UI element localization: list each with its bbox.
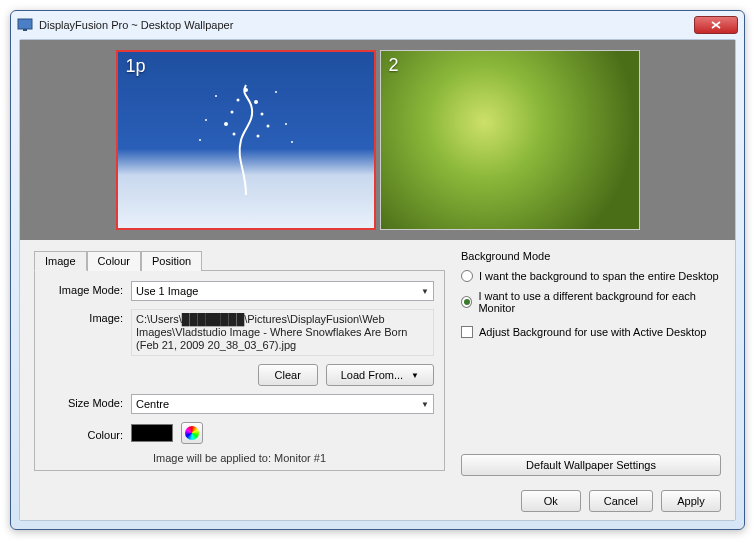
right-column: Background Mode I want the background to… [461,250,721,512]
image-mode-select[interactable]: Use 1 Image ▼ [131,281,434,301]
svg-point-12 [275,91,277,93]
window-title: DisplayFusion Pro ~ Desktop Wallpaper [39,19,694,31]
background-mode-title: Background Mode [461,250,721,262]
colour-picker-button[interactable] [181,422,203,444]
monitor-1-preview[interactable]: 1p [116,50,376,230]
window: DisplayFusion Pro ~ Desktop Wallpaper 1p [10,10,745,530]
checkbox-active-desktop-label: Adjust Background for use with Active De… [479,326,706,338]
clear-button[interactable]: Clear [258,364,318,386]
load-from-button[interactable]: Load From... ▼ [326,364,434,386]
colour-swatch[interactable] [131,424,173,442]
svg-rect-1 [23,29,27,31]
client-area: 1p 2 Image [19,39,736,521]
image-path-field[interactable]: C:\Users\████████\Pictures\DisplayFusion… [131,309,434,356]
tab-colour[interactable]: Colour [87,251,141,271]
image-mode-label: Image Mode: [45,281,123,296]
radio-each-monitor[interactable] [461,296,472,308]
tab-panel-image: Image Mode: Use 1 Image ▼ Image: C:\User… [34,270,445,471]
svg-point-15 [199,139,201,141]
svg-point-6 [260,113,263,116]
monitor-preview: 1p 2 [20,40,735,240]
tab-position[interactable]: Position [141,251,202,271]
radio-each-monitor-label: I want to use a different background for… [478,290,721,314]
radio-span-desktop[interactable] [461,270,473,282]
monitor-2-label: 2 [389,55,399,76]
chevron-down-icon: ▼ [421,400,429,409]
close-button[interactable] [694,16,738,34]
svg-point-8 [266,125,269,128]
svg-rect-0 [18,19,32,29]
chevron-down-icon: ▼ [411,371,419,380]
titlebar: DisplayFusion Pro ~ Desktop Wallpaper [11,11,744,39]
monitor-1-label: 1p [126,56,146,77]
applied-to-note: Image will be applied to: Monitor #1 [45,452,434,464]
svg-point-14 [285,123,287,125]
svg-point-3 [236,99,239,102]
colour-wheel-icon [185,426,199,440]
svg-point-11 [215,95,217,97]
svg-point-9 [232,133,235,136]
app-icon [17,17,33,33]
svg-point-2 [244,88,248,92]
lower-panel: Image Colour Position Image Mode: Use 1 … [20,240,735,520]
tab-image[interactable]: Image [34,251,87,271]
checkbox-active-desktop[interactable] [461,326,473,338]
footer-buttons: Default Wallpaper Settings Ok Cancel App… [461,454,721,512]
apply-button[interactable]: Apply [661,490,721,512]
svg-point-4 [254,100,258,104]
wallpaper-tree-graphic [186,80,306,200]
radio-span-desktop-label: I want the background to span the entire… [479,270,719,282]
load-from-label: Load From... [341,369,403,381]
monitor-2-preview[interactable]: 2 [380,50,640,230]
size-mode-value: Centre [136,398,169,410]
ok-button[interactable]: Ok [521,490,581,512]
image-mode-value: Use 1 Image [136,285,198,297]
svg-point-10 [256,135,259,138]
tab-strip: Image Colour Position [34,250,445,270]
svg-point-13 [205,119,207,121]
left-column: Image Colour Position Image Mode: Use 1 … [34,250,445,512]
cancel-button[interactable]: Cancel [589,490,653,512]
svg-point-7 [224,122,228,126]
size-mode-select[interactable]: Centre ▼ [131,394,434,414]
svg-point-5 [230,111,233,114]
svg-point-16 [291,141,293,143]
colour-label: Colour: [45,426,123,441]
default-wallpaper-settings-button[interactable]: Default Wallpaper Settings [461,454,721,476]
size-mode-label: Size Mode: [45,394,123,409]
image-label: Image: [45,309,123,324]
chevron-down-icon: ▼ [421,287,429,296]
